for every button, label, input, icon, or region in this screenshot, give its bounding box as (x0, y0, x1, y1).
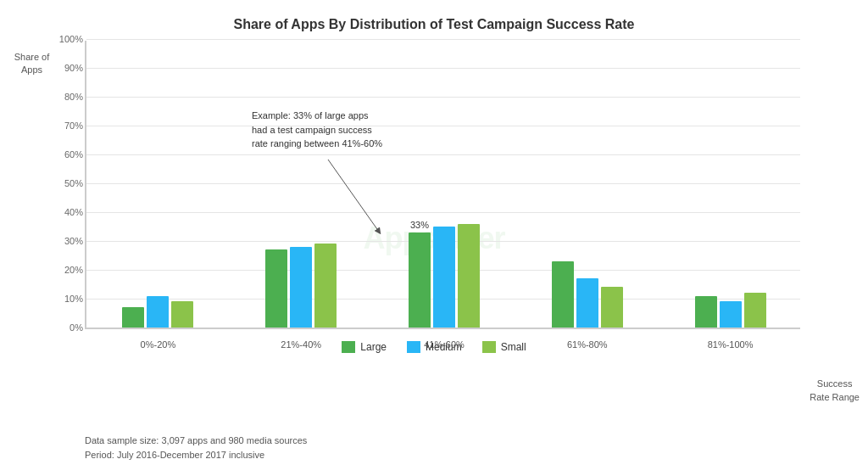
bar-large (409, 232, 431, 328)
x-label: 21%-40% (253, 339, 349, 350)
bar-small (458, 224, 480, 328)
x-axis-label: SuccessRate Range (810, 378, 860, 404)
y-tick-label: 10% (51, 294, 83, 304)
bar-medium (147, 296, 169, 328)
chart-area: 100%90%80%70%60%50%40%30%20%10%0%0%-20%2… (85, 41, 800, 329)
y-tick-label: 20% (51, 265, 83, 275)
y-tick-line (86, 154, 800, 155)
y-tick-label: 50% (51, 178, 83, 188)
y-tick-label: 60% (51, 149, 83, 160)
y-tick-label: 70% (51, 120, 83, 131)
y-tick-line (86, 183, 800, 184)
bar-small (744, 293, 766, 328)
footnote: Data sample size: 3,097 apps and 980 med… (85, 434, 307, 463)
chart-container: Share of Apps By Distribution of Test Ca… (0, 0, 868, 476)
x-label: 61%-80% (539, 339, 636, 350)
y-tick-line (86, 126, 800, 126)
bar-medium (720, 301, 742, 328)
annotation-text: Example: 33% of large appshad a test cam… (252, 109, 382, 151)
bar-medium (290, 247, 312, 328)
bar-small (171, 301, 193, 328)
x-label: 0%-20% (109, 339, 206, 350)
svg-line-1 (328, 160, 379, 232)
bar-large (552, 261, 574, 328)
y-tick-label: 0% (51, 322, 83, 333)
y-tick-label: 80% (51, 92, 83, 102)
chart-title: Share of Apps By Distribution of Test Ca… (68, 17, 800, 32)
bar-medium (576, 278, 598, 328)
bar-small (314, 244, 337, 328)
y-tick-line (86, 97, 800, 98)
x-label: 81%-100% (682, 339, 779, 350)
bar-small (601, 287, 623, 328)
bar-large (265, 249, 287, 328)
footnote-line1: Data sample size: 3,097 apps and 980 med… (85, 434, 307, 449)
bar-large (122, 307, 144, 328)
legend-label-small: Small (501, 341, 526, 353)
y-tick-label: 90% (51, 63, 83, 73)
y-tick-label: 40% (51, 207, 83, 217)
y-tick-label: 100% (51, 34, 83, 44)
footnote-line2: Period: July 2016-December 2017 inclusiv… (85, 448, 307, 463)
y-tick-label: 30% (51, 236, 83, 246)
bar-medium (433, 227, 455, 328)
legend-label-large: Large (360, 341, 387, 353)
y-axis-label: Share ofApps (8, 51, 55, 77)
y-tick-line (86, 39, 800, 40)
y-tick-line (86, 212, 800, 213)
y-tick-line (86, 68, 800, 69)
bar-large (695, 296, 717, 328)
bar-highlight-label: 33% (409, 220, 431, 230)
x-label: 41%-60% (396, 339, 492, 350)
